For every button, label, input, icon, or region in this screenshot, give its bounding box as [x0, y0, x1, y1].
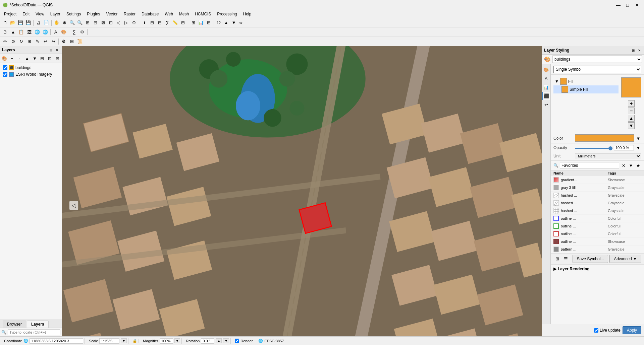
model-btn[interactable]: ⊞: [68, 38, 75, 45]
menu-edit[interactable]: Edit: [20, 11, 32, 17]
menu-hcmgis[interactable]: HCMGIS: [192, 11, 214, 17]
zoom-out-btn[interactable]: 🔍: [76, 19, 84, 26]
maximize-button[interactable]: □: [623, 2, 632, 8]
browser-item-pattern[interactable]: pattern ... Grayscale: [551, 246, 644, 253]
rotate-btn[interactable]: ↻: [17, 38, 25, 45]
digitize-btn[interactable]: ✏: [1, 38, 9, 45]
close-button[interactable]: ✕: [633, 2, 641, 8]
layers-down-btn[interactable]: ▼: [31, 55, 39, 62]
scale-btn[interactable]: ⊞: [25, 38, 33, 45]
browser-item-gray3fill[interactable]: gray 3 fill Grayscale: [551, 184, 644, 192]
rotation-down-btn[interactable]: ▼: [223, 338, 229, 343]
menu-mesh[interactable]: Mesh: [176, 11, 192, 17]
layers-up-btn[interactable]: ▲: [23, 55, 31, 62]
add-raster-btn[interactable]: 🖼: [25, 28, 33, 36]
advanced-btn[interactable]: Advanced ▼: [609, 255, 641, 263]
browser-item-outline2[interactable]: outline ... Colorful: [551, 222, 644, 230]
browser-grid-view[interactable]: ⊞: [553, 255, 561, 262]
menu-raster[interactable]: Raster: [121, 11, 138, 17]
font-size-up-btn[interactable]: ▲: [222, 19, 230, 26]
zoom-selection-btn[interactable]: ⊡: [107, 19, 114, 26]
layers-group-btn[interactable]: ⊡: [46, 55, 54, 62]
layer-esri[interactable]: 🌐 ESRI World Imagery: [1, 71, 60, 78]
new-print-btn[interactable]: 📄: [43, 19, 50, 26]
script-btn[interactable]: 📜: [76, 38, 84, 45]
menu-layer[interactable]: Layer: [48, 11, 63, 17]
render-checkbox[interactable]: [235, 339, 239, 343]
save-symbol-btn[interactable]: Save Symbol...: [573, 255, 608, 263]
minimize-button[interactable]: —: [614, 2, 623, 8]
styling-close-btn[interactable]: ✕: [637, 48, 642, 53]
side-tab-labels[interactable]: A: [542, 74, 550, 82]
move-up-symbol-btn[interactable]: ▲: [628, 115, 635, 122]
add-vector-btn[interactable]: ▲: [9, 28, 17, 36]
zoom-layer-btn[interactable]: ⊠: [99, 19, 107, 26]
symbol-tree-simple-fill[interactable]: Simple Fill: [553, 85, 619, 93]
menu-view[interactable]: View: [33, 11, 47, 17]
opacity-menu-btn[interactable]: ▼: [635, 145, 641, 151]
identify-btn[interactable]: ℹ: [141, 19, 148, 26]
browser-item-hashed2[interactable]: hashed ... Grayscale: [551, 199, 644, 207]
color-menu-btn[interactable]: ▼: [635, 135, 641, 141]
styling-float-btn[interactable]: ⊞: [631, 48, 636, 53]
measure-area-btn[interactable]: ⊞: [179, 19, 186, 26]
map-area[interactable]: ◁: [62, 46, 542, 336]
zoom-rubber-btn[interactable]: ⊞: [84, 19, 91, 26]
opacity-slider[interactable]: [575, 148, 612, 149]
magnifier-dropdown-btn[interactable]: ▼: [174, 338, 180, 343]
browser-item-hashed3[interactable]: hashed ... Grayscale: [551, 207, 644, 215]
pan-map-btn[interactable]: ⊕: [61, 19, 68, 26]
browser-search-clear[interactable]: ✕: [621, 162, 627, 168]
font-size-down-btn[interactable]: ▼: [230, 19, 237, 26]
tile-btn[interactable]: ⊞: [205, 19, 212, 26]
field-calculator-btn[interactable]: ∑: [70, 28, 78, 36]
move-down-symbol-btn[interactable]: ▼: [628, 122, 635, 129]
browser-item-outline1[interactable]: outline ... Colorful: [551, 215, 644, 222]
menu-project[interactable]: Project: [1, 11, 19, 17]
browser-item-hashed1[interactable]: hashed ... Grayscale: [551, 192, 644, 199]
scale-input[interactable]: [99, 338, 119, 344]
layers-add-btn[interactable]: +: [8, 55, 16, 62]
measure-btn[interactable]: 📏: [171, 19, 179, 26]
layer-buildings[interactable]: ⬛ buildings: [1, 64, 60, 71]
color-btn[interactable]: 🎨: [60, 28, 67, 36]
open-table-btn[interactable]: ⊞: [190, 19, 197, 26]
layers-close-btn[interactable]: ✕: [54, 47, 60, 53]
opacity-input[interactable]: [614, 145, 634, 150]
symbol-type-select[interactable]: Single Symbol Categorized Graduated Rule…: [553, 66, 641, 73]
zoom-full-btn[interactable]: ⊟: [92, 19, 99, 26]
geoprocessing-btn[interactable]: ⚙: [60, 38, 67, 45]
browser-item-outline4[interactable]: outline ... Showcase: [551, 238, 644, 246]
undo-btn[interactable]: ↩: [42, 38, 49, 45]
side-tab-history[interactable]: ↩: [542, 100, 550, 109]
zoom-native-btn[interactable]: ⊙: [130, 19, 138, 26]
side-tab-symbology[interactable]: 🎨: [542, 66, 550, 74]
tab-browser[interactable]: Browser: [3, 321, 26, 328]
add-symbol-btn[interactable]: +: [628, 100, 635, 107]
snap-btn[interactable]: ⊙: [9, 38, 17, 45]
browser-list-view[interactable]: ☰: [562, 255, 570, 262]
browser-search-menu[interactable]: ▼: [628, 162, 634, 168]
layers-remove-btn[interactable]: -: [16, 55, 23, 62]
layer-buildings-visibility[interactable]: [3, 65, 7, 70]
stat-summary-btn[interactable]: 📊: [197, 19, 205, 26]
processing-btn[interactable]: ⚙: [78, 28, 86, 36]
apply-btn[interactable]: Apply: [623, 326, 641, 334]
layers-open-btn[interactable]: 🎨: [1, 55, 8, 62]
add-csv-btn[interactable]: 📋: [17, 28, 25, 36]
print-btn[interactable]: 🖨: [35, 19, 42, 26]
menu-help[interactable]: Help: [240, 11, 254, 17]
tab-layers[interactable]: Layers: [27, 321, 49, 328]
select-btn[interactable]: ⊞: [148, 19, 156, 26]
add-wfs-btn[interactable]: 🌐: [42, 28, 49, 36]
new-project-btn[interactable]: 🗋: [1, 19, 9, 26]
color-picker-btn[interactable]: [575, 134, 634, 142]
browser-item-gradient[interactable]: gradient... Showcase: [551, 176, 644, 184]
menu-plugins[interactable]: Plugins: [84, 11, 103, 17]
layers-filter-btn[interactable]: ⊟: [54, 55, 61, 62]
redo-btn[interactable]: ↪: [50, 38, 57, 45]
symbol-tree-fill[interactable]: ▼ Fill: [553, 77, 619, 85]
layer-rendering-header[interactable]: ▶ Layer Rendering: [553, 266, 641, 272]
unit-select[interactable]: Millimeters Pixels Points Map Units: [575, 153, 641, 159]
layers-float-btn[interactable]: ⊞: [48, 47, 54, 53]
